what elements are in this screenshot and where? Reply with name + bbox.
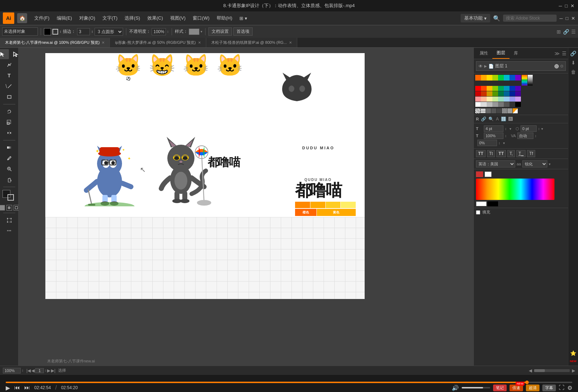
more-icon[interactable]: ☰ — [571, 29, 576, 35]
type-tool[interactable]: T — [3, 71, 16, 81]
swatch-dark-green[interactable] — [492, 91, 498, 96]
swatch-dark-gold[interactable] — [487, 91, 492, 96]
zoom-input[interactable] — [3, 368, 21, 373]
text-icon-1[interactable]: A — [496, 117, 499, 122]
tab-0[interactable]: 木老师第七-八节课件new.ai @ 100% (RGB/GPU 预览) ✕ — [0, 38, 110, 47]
menu-grid[interactable]: ⊞ ▾ — [237, 14, 250, 22]
style-dropdown[interactable]: ▾ — [201, 30, 202, 33]
stroke-type-select[interactable]: 3 点圆形 1 点 2 点 — [95, 28, 123, 36]
layer-triangle-icon[interactable]: ▶ — [484, 64, 487, 68]
close-button[interactable]: ✕ — [571, 3, 574, 9]
swatch-texture-5[interactable] — [497, 108, 502, 113]
hand-tool[interactable] — [3, 175, 16, 185]
option-checkbox[interactable] — [476, 210, 480, 215]
swatch-cyan[interactable] — [504, 75, 509, 81]
color-black-chip[interactable] — [487, 201, 498, 206]
swatch-yellow-green[interactable] — [492, 75, 498, 81]
panel-menu-icon[interactable]: ☰ — [562, 51, 567, 56]
minimize-button[interactable]: ─ — [559, 3, 562, 9]
swatch-texture-4[interactable] — [491, 108, 496, 113]
color-spectrum[interactable] — [476, 179, 554, 200]
rotate-tool[interactable] — [3, 107, 16, 117]
prev-button[interactable]: ⏮ — [14, 385, 20, 391]
panel-minimize-button[interactable]: ─ — [559, 16, 563, 21]
preferences-button[interactable]: 首选项 — [233, 27, 253, 36]
swatch-darker-gray[interactable] — [504, 102, 509, 107]
leading-input[interactable] — [521, 125, 537, 132]
swatch-blue[interactable] — [509, 75, 515, 81]
swatch-purple[interactable] — [515, 75, 521, 81]
swatch-teal[interactable] — [504, 86, 509, 91]
swatch-dark-teal[interactable] — [504, 91, 509, 96]
zoom-stepper[interactable]: ↕ — [22, 368, 24, 372]
swatch-dark-red[interactable] — [475, 91, 481, 96]
swatch-light-gray[interactable] — [481, 102, 487, 107]
horizontal-scroll[interactable] — [534, 369, 570, 372]
swatch-red-orange[interactable] — [481, 86, 487, 91]
swatch-lime[interactable] — [492, 86, 498, 91]
swatch-texture-1[interactable] — [475, 108, 480, 113]
status-arrow-left[interactable]: ◀ — [529, 368, 532, 373]
play-button[interactable]: ▶ — [6, 385, 10, 391]
panel-tab-library[interactable]: 库 — [509, 48, 522, 58]
color-chip-red[interactable] — [476, 171, 483, 177]
antialiasing-dropdown[interactable]: ▾ — [549, 162, 551, 166]
swatch-light-emerald[interactable] — [498, 97, 504, 102]
antialiasing-select[interactable]: 锐化 清晰 强 — [522, 160, 547, 167]
tt-strikethrough[interactable]: Tf — [527, 150, 535, 157]
tab-0-close[interactable]: ✕ — [102, 41, 105, 45]
doc-setup-button[interactable]: 文档设置 — [208, 27, 232, 36]
swatch-dark-navy[interactable] — [509, 91, 515, 96]
swatch-light-green[interactable] — [492, 97, 498, 102]
gradient-tool[interactable] — [3, 143, 16, 153]
opacity-stepper[interactable]: ↕ — [167, 30, 169, 33]
next-page-btn[interactable]: ▶ — [47, 368, 50, 373]
swatch-light-orange[interactable] — [481, 97, 487, 102]
swatch-mid-gray[interactable] — [487, 102, 492, 107]
zoom-tool[interactable] — [3, 164, 16, 174]
fill-color[interactable] — [44, 28, 51, 35]
swatch-texture-8[interactable] — [513, 108, 518, 113]
normal-mode[interactable] — [0, 205, 5, 211]
swatch-navy[interactable] — [509, 86, 515, 91]
menu-view[interactable]: 视图(V) — [167, 14, 188, 23]
prev-page-btn[interactable]: ◀ — [31, 368, 35, 373]
swatch-black[interactable] — [515, 102, 521, 107]
swatch-texture-3[interactable] — [486, 108, 491, 113]
volume-slider[interactable] — [462, 387, 490, 388]
leading-dropdown[interactable]: ▾ — [541, 127, 543, 131]
opacity-input[interactable] — [152, 28, 166, 35]
panel-close-button[interactable]: ✕ — [571, 16, 575, 21]
language-select[interactable]: 英语：美国 中文：简体 — [476, 160, 515, 167]
baseline-input[interactable] — [477, 140, 497, 146]
swatch-light-red[interactable] — [475, 97, 481, 102]
speed-button[interactable]: 倍速 NEW — [509, 385, 523, 391]
swatch-red[interactable] — [475, 86, 481, 91]
swatch-dark-orange[interactable] — [481, 91, 487, 96]
swatch-texture-7[interactable] — [507, 108, 512, 113]
swatch-dark-purple[interactable] — [515, 91, 521, 96]
settings-icon[interactable]: ⚙ — [567, 385, 572, 391]
page-stepper[interactable]: ↕ — [45, 368, 46, 372]
stroke-value-input[interactable] — [77, 28, 90, 35]
color-white-chip[interactable] — [476, 201, 487, 206]
menu-type[interactable]: 文字(T) — [100, 14, 121, 23]
library-icon[interactable]: 🔗 — [563, 29, 569, 35]
layer-eye-icon[interactable]: 👁 — [478, 64, 483, 69]
scale-tool[interactable] — [3, 117, 16, 127]
swatch-near-black[interactable] — [509, 102, 515, 107]
style-preview[interactable] — [189, 29, 199, 35]
swatch-emerald[interactable] — [498, 86, 504, 91]
star-new-icon[interactable]: ⭐ — [570, 350, 576, 356]
swatch-forest[interactable] — [498, 91, 504, 96]
subtitle-button[interactable]: 字幕 — [542, 385, 556, 391]
arrange-icon[interactable]: ⊞ — [557, 29, 561, 35]
panel-tab-properties[interactable]: 属性 — [475, 48, 492, 58]
progress-bar[interactable] — [6, 382, 572, 383]
panel-tab-layers[interactable]: 图层 — [492, 48, 509, 59]
quality-button[interactable]: 超清 — [526, 385, 539, 391]
basic-function-dropdown[interactable]: 基本功能 ▾ — [461, 14, 490, 22]
status-arrow-right[interactable]: ▶ — [572, 368, 575, 373]
menu-file[interactable]: 文件(F) — [31, 14, 52, 23]
fullscreen-icon[interactable]: ⛶ — [559, 385, 564, 391]
